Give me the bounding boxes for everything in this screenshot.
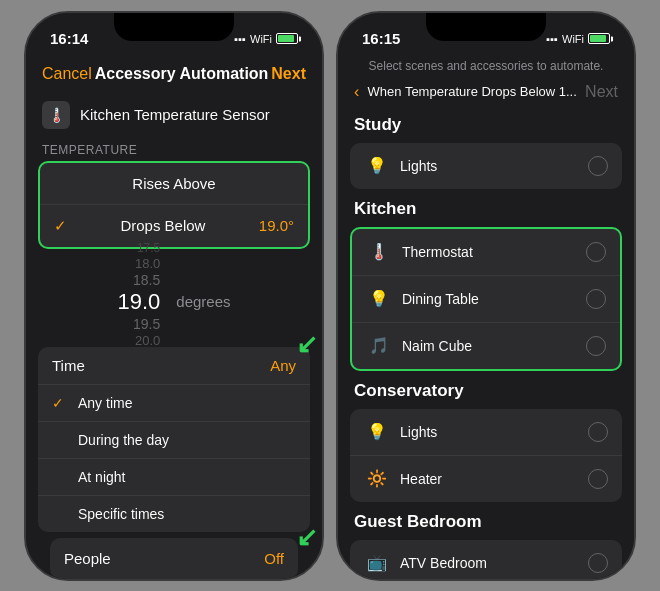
temp-picker[interactable]: 17.5 18.0 18.5 19.0 19.5 20.0 20.5 degre…: [38, 257, 310, 347]
time-2: 16:15: [362, 30, 400, 47]
time-1: 16:14: [50, 30, 88, 47]
study-lights-label: Lights: [400, 158, 437, 174]
sensor-label: Kitchen Temperature Sensor: [80, 106, 270, 123]
naim-left: 🎵 Naim Cube: [366, 333, 472, 359]
nav-bar-1: Cancel Accessory Automation Next: [26, 57, 322, 91]
heater-label: Heater: [400, 471, 442, 487]
lights-icon-study: 💡: [364, 153, 390, 179]
any-time-label: Any time: [78, 395, 132, 411]
heater-left: 🔆 Heater: [364, 466, 442, 492]
time-title: Time: [52, 357, 85, 374]
drops-label: Drops Below: [120, 217, 205, 234]
specific-option[interactable]: Specific times: [38, 496, 310, 532]
specific-label: Specific times: [78, 506, 164, 522]
night-option[interactable]: At night: [38, 459, 310, 496]
cons-lights-left: 💡 Lights: [364, 419, 437, 445]
lights-icon-cons: 💡: [364, 419, 390, 445]
next-button-1[interactable]: Next: [271, 65, 306, 83]
page-title-1: Accessory Automation: [95, 65, 269, 83]
wifi-icon: WiFi: [250, 33, 272, 45]
any-time-option[interactable]: ✓ Any time: [38, 385, 310, 422]
arrow-indicator-2: ↙: [296, 522, 318, 552]
thermostat-row[interactable]: 🌡️ Thermostat: [352, 229, 620, 276]
status-icons-1: ▪▪▪ WiFi: [234, 33, 298, 45]
cons-lights-label: Lights: [400, 424, 437, 440]
section-study: Study: [338, 109, 634, 139]
cancel-button[interactable]: Cancel: [42, 65, 92, 83]
drops-below-row[interactable]: ✓ Drops Below 19.0°: [40, 205, 308, 247]
time-header[interactable]: Time Any: [38, 347, 310, 385]
sub-header: Select scenes and accessories to automat…: [338, 57, 634, 79]
thermostat-icon: 🌡️: [366, 239, 392, 265]
people-row[interactable]: People Off: [50, 538, 298, 579]
any-time-check: ✓: [52, 395, 68, 411]
signal-icon-2: ▪▪▪: [546, 33, 558, 45]
section-guest-bedroom: Guest Bedroom: [338, 506, 634, 536]
naim-cube-row[interactable]: 🎵 Naim Cube: [352, 323, 620, 369]
section-conservatory: Conservatory: [338, 375, 634, 405]
kitchen-group: 🌡️ Thermostat 💡 Dining Table 🎵 Naim Cube: [350, 227, 622, 371]
heater-check[interactable]: [588, 469, 608, 489]
drops-value: 19.0°: [259, 217, 294, 234]
battery-icon: [276, 33, 298, 44]
naim-icon: 🎵: [366, 333, 392, 359]
thermostat-left: 🌡️ Thermostat: [366, 239, 473, 265]
next-button-2[interactable]: Next: [585, 83, 618, 101]
dining-label: Dining Table: [402, 291, 479, 307]
daytime-label: During the day: [78, 432, 169, 448]
time-options: ✓ Any time During the day At night Speci…: [38, 385, 310, 532]
heater-row[interactable]: 🔆 Heater: [350, 456, 622, 502]
naim-label: Naim Cube: [402, 338, 472, 354]
wifi-icon-2: WiFi: [562, 33, 584, 45]
drops-check: ✓: [54, 217, 67, 235]
naim-check[interactable]: [586, 336, 606, 356]
section-kitchen: Kitchen: [338, 193, 634, 223]
dining-check[interactable]: [586, 289, 606, 309]
cons-lights-check[interactable]: [588, 422, 608, 442]
phone2-content: Select scenes and accessories to automat…: [338, 57, 634, 579]
dining-icon: 💡: [366, 286, 392, 312]
dining-table-row[interactable]: 💡 Dining Table: [352, 276, 620, 323]
sensor-icon: 🌡️: [42, 101, 70, 129]
conservatory-lights-row[interactable]: 💡 Lights: [350, 409, 622, 456]
atv-label: ATV Bedroom: [400, 555, 487, 571]
temp-unit: degrees: [176, 293, 230, 310]
back-title: When Temperature Drops Below 1...: [359, 84, 585, 99]
atv-left: 📺 ATV Bedroom: [364, 550, 487, 576]
rises-above-row[interactable]: Rises Above: [40, 163, 308, 205]
status-icons-2: ▪▪▪ WiFi: [546, 33, 610, 45]
people-label: People: [64, 550, 111, 567]
notch-1: [114, 13, 234, 41]
atv-icon: 📺: [364, 550, 390, 576]
thermostat-check[interactable]: [586, 242, 606, 262]
thermostat-label: Thermostat: [402, 244, 473, 260]
conservatory-group: 💡 Lights 🔆 Heater: [350, 409, 622, 502]
study-group: 💡 Lights: [350, 143, 622, 189]
night-label: At night: [78, 469, 125, 485]
study-lights-check[interactable]: [588, 156, 608, 176]
daytime-option[interactable]: During the day: [38, 422, 310, 459]
guest-group: 📺 ATV Bedroom 🔊 HomePod: [350, 540, 622, 579]
back-nav: ‹ When Temperature Drops Below 1... Next: [338, 79, 634, 109]
heater-icon: 🔆: [364, 466, 390, 492]
arrow-indicator-1: ↙: [296, 329, 318, 359]
sensor-row: 🌡️ Kitchen Temperature Sensor: [26, 91, 322, 139]
study-lights-row[interactable]: 💡 Lights: [350, 143, 622, 189]
rises-label: Rises Above: [132, 175, 215, 192]
notch-2: [426, 13, 546, 41]
atv-row[interactable]: 📺 ATV Bedroom: [350, 540, 622, 579]
temp-section-label: TEMPERATURE: [26, 139, 322, 161]
time-value: Any: [270, 357, 296, 374]
atv-check[interactable]: [588, 553, 608, 573]
phone-1: 16:14 ▪▪▪ WiFi Cancel Accessory Automati…: [24, 11, 324, 581]
phone-2: 16:15 ▪▪▪ WiFi Select scenes and accesso…: [336, 11, 636, 581]
temperature-options: Rises Above ✓ Drops Below 19.0°: [38, 161, 310, 249]
dining-left: 💡 Dining Table: [366, 286, 479, 312]
study-lights-left: 💡 Lights: [364, 153, 437, 179]
people-value: Off: [264, 550, 284, 567]
phone1-content: Cancel Accessory Automation Next 🌡️ Kitc…: [26, 57, 322, 579]
signal-icon: ▪▪▪: [234, 33, 246, 45]
battery-icon-2: [588, 33, 610, 44]
